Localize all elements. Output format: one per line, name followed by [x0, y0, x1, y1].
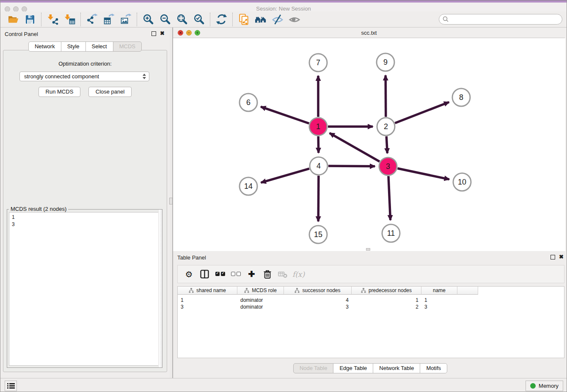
graph-node-6[interactable]: 6 — [239, 94, 257, 111]
hide-selected-button[interactable] — [269, 13, 286, 26]
tab-motifs[interactable]: Motifs — [420, 363, 447, 373]
import-network-icon — [47, 14, 58, 25]
graph-node-9[interactable]: 9 — [377, 53, 394, 71]
close-panel-icon[interactable]: ✖ — [160, 30, 165, 37]
export-image-icon — [120, 14, 132, 25]
control-panel-title: Control Panel — [5, 31, 38, 37]
import-network-button[interactable] — [44, 13, 61, 26]
column-header-mcds-role[interactable]: MCDS role — [237, 287, 284, 295]
cell-shared-name[interactable]: 1 — [178, 297, 237, 304]
column-header-predecessor-nodes[interactable]: predecessor nodes — [352, 287, 421, 295]
network-title: scc.txt — [173, 30, 565, 36]
apply-layout-button[interactable] — [213, 13, 230, 26]
cell-predecessor-nodes[interactable]: 2 — [352, 304, 421, 310]
table-header-row: shared name MCDS role — [178, 287, 564, 295]
cell-mcds-role[interactable]: dominator — [237, 297, 284, 304]
export-network-button[interactable] — [83, 13, 100, 26]
memory-label: Memory — [539, 383, 559, 389]
delete-column-button[interactable] — [259, 267, 275, 282]
cell-mcds-role[interactable]: dominator — [237, 304, 284, 310]
zoom-out-button[interactable] — [157, 13, 173, 26]
close-table-panel-icon[interactable]: ✖ — [559, 254, 564, 260]
graph-node-10[interactable]: 10 — [453, 173, 471, 191]
network-canvas[interactable]: 7968124314101511 — [173, 38, 565, 251]
svg-text:10: 10 — [458, 178, 466, 186]
memory-button[interactable]: Memory — [526, 381, 563, 391]
memory-status-icon — [530, 383, 536, 389]
search-input[interactable] — [439, 14, 562, 25]
cell-successor-nodes[interactable]: 4 — [284, 297, 352, 304]
canvas-resize-handle[interactable] — [366, 248, 370, 251]
column-header-shared-name[interactable]: shared name — [178, 287, 237, 295]
tab-network-table[interactable]: Network Table — [373, 363, 420, 373]
add-column-button[interactable]: ✚ — [244, 267, 259, 282]
mcds-result-title: MCDS result (2 nodes) — [9, 206, 68, 212]
cell-shared-name[interactable]: 3 — [178, 304, 237, 310]
export-table-icon — [103, 14, 115, 25]
float-table-panel-icon[interactable] — [550, 255, 555, 259]
save-disk-icon — [25, 14, 36, 25]
graph-node-15[interactable]: 15 — [309, 226, 327, 243]
close-panel-button[interactable]: Close panel — [88, 87, 132, 97]
zoom-selected-button[interactable] — [190, 13, 207, 26]
function-builder-button[interactable]: f(x) — [291, 267, 306, 282]
delete-table-button[interactable] — [275, 267, 291, 282]
right-column: ✕ − + scc.txt 7968124314101511 Table Pan… — [173, 28, 567, 378]
cell-name[interactable]: 1 — [421, 297, 457, 304]
unselect-all-columns-button[interactable] — [228, 267, 244, 282]
export-table-button[interactable] — [100, 13, 117, 26]
column-header-successor-nodes[interactable]: successor nodes — [284, 287, 352, 295]
mcds-result-list[interactable]: 1 3 — [9, 212, 160, 366]
zoom-selected-icon — [193, 14, 205, 25]
show-all-button[interactable] — [286, 13, 303, 26]
divider-handle[interactable] — [169, 198, 173, 204]
network-graph[interactable]: 7968124314101511 — [173, 38, 565, 251]
svg-text:9: 9 — [383, 58, 388, 66]
svg-text:15: 15 — [314, 230, 322, 239]
float-panel-icon[interactable] — [151, 31, 156, 36]
task-history-button[interactable] — [5, 381, 17, 391]
graph-node-8[interactable]: 8 — [452, 88, 470, 106]
zoom-in-button[interactable] — [140, 13, 157, 26]
zoom-fit-button[interactable] — [173, 13, 190, 26]
toolbar-separator — [137, 13, 137, 26]
tab-network[interactable]: Network — [28, 41, 61, 52]
duplicate-network-button[interactable] — [235, 13, 252, 26]
criterion-dropdown-value: strongly connected component — [24, 73, 99, 80]
result-scrollbar[interactable] — [158, 210, 162, 367]
table-row: 1 dominator 4 1 1 — [178, 297, 564, 304]
graph-node-4[interactable]: 4 — [310, 157, 328, 175]
tab-edge-table[interactable]: Edge Table — [333, 363, 373, 373]
graph-node-2[interactable]: 2 — [377, 118, 395, 135]
column-header-name[interactable]: name — [421, 287, 457, 295]
cell-predecessor-nodes[interactable]: 1 — [352, 297, 421, 304]
panel-divider[interactable] — [170, 28, 173, 378]
graph-node-14[interactable]: 14 — [239, 177, 257, 195]
tab-style[interactable]: Style — [61, 41, 86, 52]
open-session-button[interactable] — [5, 13, 22, 26]
criterion-dropdown[interactable]: strongly connected component — [19, 72, 149, 81]
export-image-button[interactable] — [117, 13, 134, 26]
control-panel: Control Panel ✖ Network Style Select MCD… — [0, 28, 170, 374]
cell-name[interactable]: 3 — [421, 304, 457, 310]
tab-node-table[interactable]: Node Table — [293, 363, 334, 373]
tab-select[interactable]: Select — [85, 41, 113, 52]
graph-node-1[interactable]: 1 — [309, 118, 327, 135]
cell-successor-nodes[interactable]: 3 — [284, 304, 352, 310]
svg-text:2: 2 — [384, 122, 388, 131]
table-settings-button[interactable]: ⚙ — [181, 267, 197, 282]
import-table-button[interactable] — [61, 13, 78, 26]
graph-node-11[interactable]: 11 — [382, 224, 400, 242]
graph-node-3[interactable]: 3 — [379, 157, 397, 175]
save-session-button[interactable] — [22, 13, 39, 26]
tab-mcds[interactable]: MCDS — [113, 41, 142, 52]
search-icon — [443, 16, 449, 22]
graph-node-7[interactable]: 7 — [309, 54, 327, 72]
toolbar-separator — [41, 13, 41, 26]
first-neighbors-button[interactable] — [252, 13, 269, 26]
show-column-panel-button[interactable] — [197, 267, 212, 282]
run-mcds-button[interactable]: Run MCDS — [39, 87, 81, 97]
select-all-columns-button[interactable] — [212, 267, 228, 282]
table-panel-title: Table Panel — [177, 254, 206, 261]
status-bar: Memory — [0, 378, 567, 392]
